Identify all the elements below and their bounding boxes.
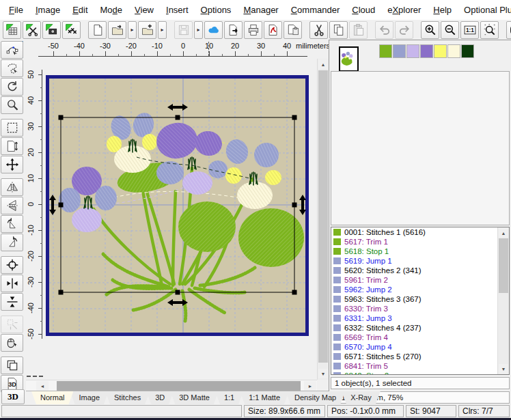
palette-swatch-2[interactable] [393,44,406,58]
palette-swatch-5[interactable] [434,44,447,58]
list-scrollbar[interactable]: ▲ ▼ [497,227,509,374]
stitch-row-5963[interactable]: 5963: Stitches 3 (367) [331,294,509,304]
menu-file[interactable]: File [3,2,29,18]
cloud-storage-button[interactable] [204,21,223,39]
stitch-row-6841[interactable]: 6841: Trim 5 [331,361,509,371]
rotate-ccw-button[interactable] [1,215,23,233]
editor-tools-button[interactable] [23,21,41,39]
menu-edit[interactable]: Edit [66,2,94,18]
menu-help[interactable]: Help [427,2,458,18]
vertical-scrollbar-thumb[interactable] [318,70,328,363]
stitch-row-6330[interactable]: 6330: Trim 3 [331,304,509,313]
rotate-tool-button[interactable] [1,78,23,96]
stitch-row-6331[interactable]: 6331: Jump 3 [331,313,509,323]
menu-options[interactable]: Options [195,2,238,18]
menu-optional-plug-ins[interactable]: Optional Plug-ins [458,2,511,18]
design-workspace[interactable]: 50403020100-10-20-30-40-50 [26,59,317,380]
tab-density-map[interactable]: Density Map [286,391,345,404]
redo-button[interactable] [395,21,413,39]
flip-horizontal-button[interactable] [1,178,23,196]
horizontal-scrollbar-thumb[interactable] [57,381,301,391]
open-file-button[interactable] [108,21,126,39]
stitch-block-list[interactable]: 0001: Stitches 1 (5616)5617: Trim 15618:… [331,227,510,375]
save-file-dropdown[interactable]: ▸ [194,21,203,39]
zoom-1-1-button[interactable] [460,21,479,39]
stitch-row-5962[interactable]: 5962: Jump 2 [331,285,509,294]
vertical-scrollbar[interactable]: ▲ ▼ [317,59,329,380]
palette-swatch-4[interactable] [420,44,433,58]
stitch-row-6842[interactable]: 6842: Stop 2 [331,371,509,375]
open-file-dropdown[interactable]: ▸ [128,21,137,39]
stitch-row-5617[interactable]: 5617: Trim 1 [331,237,509,247]
stitch-row-6570[interactable]: 6570: Jump 4 [331,342,509,352]
scroll-right-icon[interactable]: ► [304,381,316,391]
mode-3d-button[interactable]: 3D [1,389,25,404]
move-tool-button[interactable] [1,156,23,173]
menu-manager[interactable]: Manager [237,2,284,18]
stitch-row-5618[interactable]: 5618: Stop 1 [331,247,509,256]
center-vertical-button[interactable] [1,293,23,311]
scroll-down-icon[interactable]: ▼ [318,369,328,378]
rotate-cw-button[interactable] [1,234,23,251]
menu-view[interactable]: View [128,2,160,18]
rectangle-select-button[interactable] [1,119,23,137]
tab-image[interactable]: Image [70,391,109,404]
node-editor-button[interactable] [1,41,23,59]
list-scroll-down-icon[interactable]: ▼ [499,364,508,374]
export-pdf-button[interactable] [264,21,282,39]
flip-vertical-button[interactable] [1,197,23,214]
list-scroll-up-icon[interactable]: ▲ [499,228,508,238]
tab-3d[interactable]: 3D [146,391,174,404]
menu-commander[interactable]: Commander [285,2,346,18]
manager-button[interactable] [3,21,21,39]
stitch-row-6569[interactable]: 6569: Trim 4 [331,333,509,342]
merge-file-button[interactable] [138,21,156,39]
stitch-row-6571[interactable]: 6571: Stitches 5 (270) [331,352,509,361]
design-page[interactable] [46,75,309,336]
cut-button[interactable] [309,21,328,39]
center-design-button[interactable] [1,256,23,274]
horizontal-scrollbar[interactable]: ◄ ► [26,380,317,391]
transform-small-button[interactable] [1,316,23,333]
pointer-options-button[interactable] [1,334,23,352]
print-button[interactable] [244,21,262,39]
stitch-row-5620[interactable]: 5620: Stitches 2 (341) [331,266,509,275]
copy-design-page-button[interactable] [284,21,302,39]
tab-stitches[interactable]: Stitches [105,391,150,404]
palette-swatch-6[interactable] [447,44,460,58]
zoom-out-button[interactable] [441,21,459,39]
tab-x-ray[interactable]: X-Ray [342,391,381,404]
paste-button[interactable] [349,21,368,39]
menu-insert[interactable]: Insert [160,2,195,18]
tab-normal[interactable]: Normal [31,391,73,404]
freehand-select-button[interactable] [1,59,23,77]
copy-button[interactable] [329,21,348,39]
hoop-button[interactable] [506,21,511,39]
tab-1-1[interactable]: 1:1 [215,391,243,404]
zoom-selection-button[interactable] [480,21,499,39]
menu-cloud[interactable]: Cloud [346,2,381,18]
stitch-row-5961[interactable]: 5961: Trim 2 [331,275,509,285]
stitch-row-6332[interactable]: 6332: Stitches 4 (237) [331,323,509,333]
export-file-button[interactable] [224,21,243,39]
palette-swatch-7[interactable] [461,44,474,58]
small-window-button[interactable] [1,356,23,374]
center-horizontal-button[interactable] [1,275,23,292]
stitch-row-5619[interactable]: 5619: Jump 1 [331,256,509,266]
stitch-row-0001[interactable]: 0001: Stitches 1 (5616) [331,227,509,237]
scroll-up-icon[interactable]: ▲ [318,59,328,69]
menu-mode[interactable]: Mode [94,2,129,18]
design-thumbnail[interactable] [339,46,359,72]
palette-swatch-1[interactable] [379,44,392,58]
tab-1-1-matte[interactable]: 1:1 Matte [240,391,289,404]
cross-stitch-button[interactable] [62,21,81,39]
merge-file-dropdown[interactable]: ▸ [158,21,167,39]
palette-swatch-3[interactable] [406,44,419,58]
zoom-in-button[interactable] [421,21,439,39]
scroll-left-icon[interactable]: ◄ [36,381,49,391]
zoom-tool-button[interactable] [1,96,23,114]
tab-3d-matte[interactable]: 3D Matte [170,391,219,404]
undo-button[interactable] [375,21,393,39]
menu-explorer[interactable]: eXplorer [381,2,427,18]
design-page-size-button[interactable] [1,137,23,155]
